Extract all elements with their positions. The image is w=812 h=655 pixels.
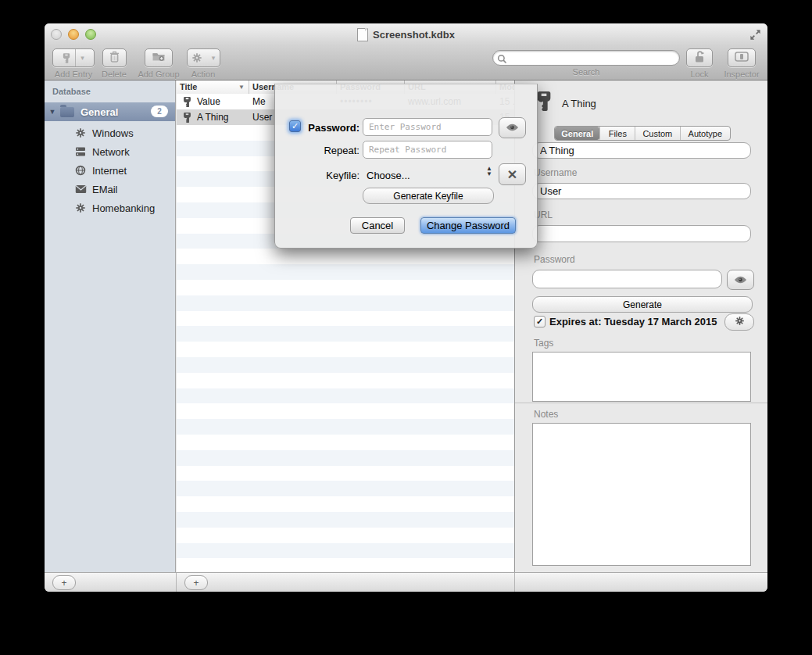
eye-icon	[734, 274, 747, 286]
stepper-icon[interactable]: ▲ ▼	[486, 166, 492, 177]
reveal-password-button[interactable]	[727, 270, 754, 290]
expires-label: Expires at: Tuesday 17 March 2015	[549, 316, 717, 328]
email-icon	[74, 184, 87, 194]
inspector-button[interactable]	[728, 48, 756, 67]
trash-icon	[109, 51, 120, 66]
sidebar-group-general[interactable]: ▼ General 2	[45, 102, 175, 121]
tab-autotype[interactable]: Autotype	[680, 127, 730, 140]
notes-field[interactable]	[532, 423, 751, 566]
clear-keyfile-button[interactable]: ✕	[499, 163, 526, 185]
entry-count-badge: 2	[151, 106, 168, 117]
gear-icon	[74, 202, 87, 213]
section-divider	[515, 403, 767, 403]
folder-icon	[60, 107, 74, 117]
generate-password-button[interactable]: Generate	[532, 296, 753, 313]
password-label: Password	[534, 254, 575, 265]
key-icon	[58, 49, 75, 66]
generate-keyfile-button[interactable]: Generate Keyfile	[363, 188, 494, 204]
title-bar[interactable]: Screenshot.kdbx	[45, 23, 767, 45]
tab-custom[interactable]: Custom	[635, 127, 679, 140]
add-group-label: Add Group	[135, 70, 182, 79]
sidebar-section-header: Database	[52, 87, 91, 96]
sheet-repeat-label: Repeat:	[300, 145, 359, 156]
inspector-label: Inspector	[721, 70, 762, 79]
keyfile-popup[interactable]: Choose...	[367, 170, 410, 181]
entry-title: A Thing	[197, 112, 228, 123]
key-icon	[536, 89, 552, 116]
password-checkbox[interactable]: ✓	[289, 120, 301, 132]
tab-files[interactable]: Files	[599, 127, 635, 140]
sidebar-item-homebanking[interactable]: Homebanking	[45, 199, 175, 217]
disclosure-triangle-icon[interactable]: ▼	[45, 108, 60, 116]
add-group-plus-button[interactable]: +	[52, 575, 76, 590]
inspector-tabs: General Files Custom Autotype	[554, 126, 731, 141]
tab-general[interactable]: General	[555, 127, 599, 140]
sidebar-item-internet[interactable]: Internet	[45, 161, 175, 180]
lock-label: Lock	[685, 70, 714, 79]
search-input[interactable]	[492, 50, 680, 66]
sidebar-item-label: Network	[92, 146, 130, 158]
column-divider[interactable]	[249, 81, 249, 94]
chevron-down-icon[interactable]: ▾	[76, 49, 89, 66]
stepper-down-icon[interactable]: ▼	[486, 171, 492, 177]
sidebar-item-network[interactable]: Network	[45, 142, 175, 161]
folder-plus-icon	[152, 51, 166, 65]
delete-button[interactable]	[102, 48, 127, 67]
window-title: Screenshot.kdbx	[373, 29, 455, 41]
network-icon	[74, 146, 87, 157]
cancel-button[interactable]: Cancel	[350, 217, 405, 234]
group-sidebar: Database ▼ General 2 Windows Network	[45, 81, 176, 572]
title-field[interactable]	[532, 142, 751, 159]
search-icon	[497, 53, 507, 67]
add-entry-label: Add Entry	[51, 70, 96, 79]
sidebar-item-label: Windows	[92, 127, 134, 139]
sidebar-item-label: EMail	[92, 184, 118, 195]
add-group-button[interactable]	[145, 48, 173, 67]
sidebar-item-windows[interactable]: Windows	[45, 123, 175, 142]
sidebar-item-label: Homebanking	[92, 202, 155, 214]
sheet-password-input[interactable]	[363, 118, 492, 136]
content-area: Database ▼ General 2 Windows Network	[45, 81, 767, 572]
gear-icon	[74, 127, 87, 138]
change-password-sheet: ✓ Password: Repeat: Keyfile: Choose... ▲…	[274, 84, 538, 249]
expires-settings-button[interactable]	[724, 313, 754, 331]
notes-label: Notes	[534, 409, 558, 420]
reveal-password-button[interactable]	[499, 117, 526, 138]
action-button[interactable]: ▾	[187, 48, 220, 67]
sidebar-item-label: Internet	[92, 165, 127, 177]
column-header-title[interactable]: Title	[180, 82, 197, 91]
gear-icon	[735, 316, 745, 328]
entry-username: Me	[252, 96, 266, 107]
info-icon	[735, 51, 749, 65]
sheet-repeat-input[interactable]	[363, 141, 492, 159]
pane-divider	[176, 573, 177, 592]
globe-icon	[74, 165, 87, 176]
sheet-keyfile-label: Keyfile:	[300, 170, 359, 181]
key-icon	[183, 112, 191, 126]
chevron-down-icon[interactable]: ▾	[207, 49, 220, 66]
username-field[interactable]	[532, 183, 751, 199]
window-title-group: Screenshot.kdbx	[45, 23, 767, 45]
pane-divider	[514, 573, 515, 592]
inspector-panel: A Thing General Files Custom Autotype Us…	[515, 81, 767, 572]
action-label: Action	[185, 70, 221, 79]
add-entry-button[interactable]: ▾	[52, 48, 95, 67]
inspector-entry-title: A Thing	[562, 98, 596, 109]
sidebar-item-email[interactable]: EMail	[45, 180, 175, 199]
fullscreen-icon[interactable]	[749, 28, 762, 41]
group-label: General	[80, 106, 118, 118]
gear-icon	[187, 49, 207, 66]
change-password-button[interactable]: Change Password	[420, 217, 516, 234]
lock-button[interactable]	[686, 48, 713, 67]
expires-checkbox[interactable]: ✓	[534, 316, 546, 328]
app-window: Screenshot.kdbx ▾ Add Entry Delete	[45, 23, 767, 592]
tags-label: Tags	[534, 338, 553, 349]
document-icon	[357, 28, 368, 41]
tags-field[interactable]	[532, 352, 751, 402]
eye-icon	[506, 122, 519, 134]
add-entry-plus-button[interactable]: +	[184, 575, 208, 590]
username-label: Username	[534, 167, 577, 178]
sheet-password-label: Password:	[300, 122, 359, 134]
url-field[interactable]	[532, 225, 751, 242]
password-field[interactable]	[532, 270, 722, 288]
